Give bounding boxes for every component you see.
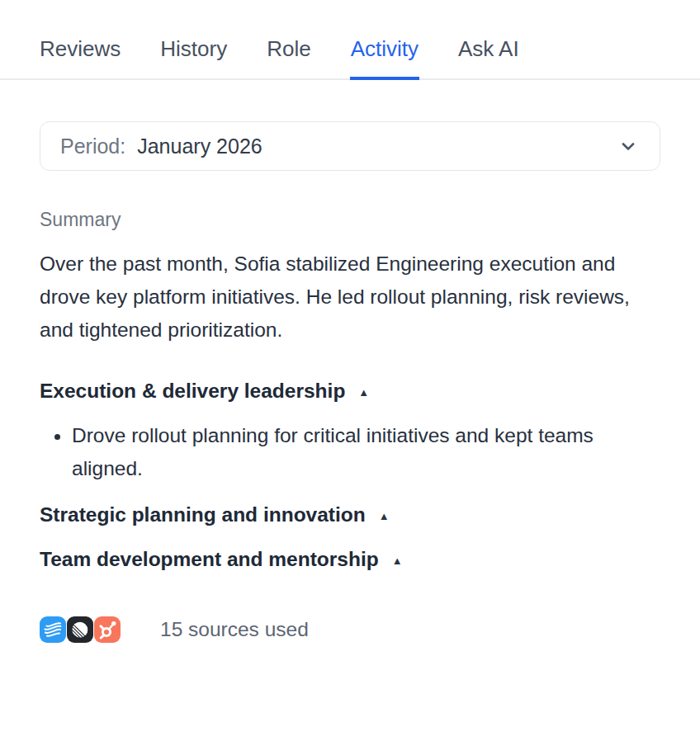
section-heading-team-development[interactable]: Team development and mentorship ▲ — [40, 546, 660, 573]
hubspot-source-icon — [94, 616, 121, 643]
period-select-label: Period: — [60, 135, 125, 158]
linear-source-icon — [67, 616, 93, 643]
bullet-item: Drove rollout planning for critical init… — [72, 419, 650, 485]
tab-ask-ai[interactable]: Ask AI — [458, 36, 519, 78]
tab-bar: Reviews History Role Activity Ask AI — [0, 0, 700, 80]
section-heading-execution-delivery[interactable]: Execution & delivery leadership ▲ — [40, 378, 660, 404]
chevron-down-icon — [618, 136, 638, 156]
summary-text: Over the past month, Sofia stabilized En… — [40, 248, 660, 347]
tab-activity[interactable]: Activity — [351, 36, 419, 78]
section-title: Execution & delivery leadership — [40, 378, 345, 404]
activity-panel: Period: January 2026 Summary Over the pa… — [0, 121, 700, 643]
collapse-triangle-icon: ▲ — [358, 387, 369, 398]
sources-count-label: 15 sources used — [160, 618, 309, 641]
bullet-list: Drove rollout planning for critical init… — [40, 419, 650, 485]
tab-history[interactable]: History — [160, 36, 227, 78]
wave-lines-source-icon — [40, 616, 66, 643]
tab-reviews[interactable]: Reviews — [40, 36, 121, 78]
tab-role[interactable]: Role — [267, 36, 310, 78]
collapse-triangle-icon: ▲ — [392, 555, 403, 566]
summary-label: Summary — [40, 208, 660, 231]
source-icons — [40, 616, 121, 643]
period-select[interactable]: Period: January 2026 — [40, 121, 660, 171]
collapse-triangle-icon: ▲ — [379, 511, 390, 522]
section-title: Strategic planning and innovation — [40, 502, 366, 528]
sources-row[interactable]: 15 sources used — [40, 616, 660, 643]
period-select-value: January 2026 — [137, 135, 262, 158]
section-title: Team development and mentorship — [40, 546, 379, 573]
section-heading-strategic-planning[interactable]: Strategic planning and innovation ▲ — [40, 502, 660, 528]
